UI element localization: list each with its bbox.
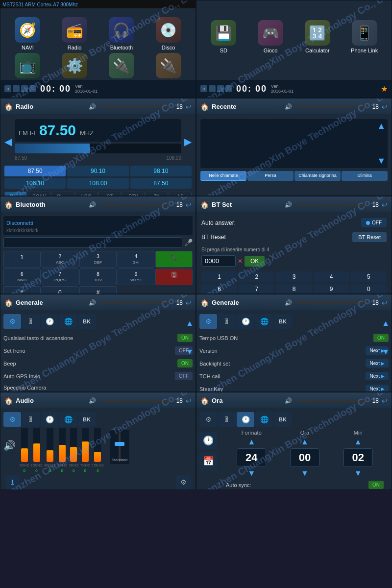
- ctrl-scan[interactable]: SCAN: [28, 192, 50, 196]
- hangup-btn[interactable]: 📵: [155, 269, 193, 285]
- btset-4[interactable]: 4: [314, 271, 349, 282]
- ora-calendar-icon[interactable]: 📅: [199, 452, 217, 470]
- audio-tab-eq[interactable]: 🎚: [22, 412, 40, 427]
- ora-ora-down[interactable]: ▼: [301, 469, 309, 478]
- ora-tab-settings[interactable]: ⚙: [199, 412, 217, 427]
- recente-home-icon[interactable]: 🏠: [200, 103, 209, 111]
- pin-clear-btn[interactable]: ✕: [238, 258, 243, 265]
- ora-ora-up[interactable]: ▲: [301, 438, 309, 446]
- gen1-home-icon[interactable]: 🏠: [4, 299, 13, 307]
- ora-sync-toggle[interactable]: ON: [368, 481, 384, 489]
- recente-up-icon[interactable]: ▲: [377, 121, 386, 131]
- ok-btn[interactable]: OK: [245, 256, 265, 267]
- btset-2[interactable]: 2: [239, 271, 274, 282]
- ctrl-pty[interactable]: PTY: [122, 192, 145, 196]
- btset-3[interactable]: 3: [276, 271, 312, 282]
- audio-back-icon[interactable]: ↩: [186, 397, 192, 405]
- ctrl-st[interactable]: ST: [98, 192, 121, 196]
- gen2-vol-slider[interactable]: [297, 302, 367, 304]
- app-gioco[interactable]: 🎮 Gioco: [248, 20, 293, 53]
- gen2-tab-settings[interactable]: ⚙: [199, 314, 217, 329]
- ora-tab-eq[interactable]: 🎚: [218, 412, 236, 427]
- btset-6[interactable]: 6: [201, 284, 237, 294]
- gen1-scroll-up[interactable]: ▲: [186, 319, 194, 328]
- num-1[interactable]: 1: [3, 251, 41, 268]
- radio-vol-slider[interactable]: [101, 106, 171, 108]
- audio-icon-btn[interactable]: 🎚: [5, 475, 20, 490]
- btset-1[interactable]: 1: [201, 271, 237, 282]
- preset-5[interactable]: 108.00: [67, 178, 128, 189]
- gen1-toggle-2[interactable]: ON: [177, 359, 193, 368]
- num-7[interactable]: 7PQRS: [42, 269, 79, 285]
- bt-search-input[interactable]: [3, 237, 182, 248]
- gen1-tab-bk[interactable]: BK: [78, 314, 96, 329]
- gen2-tab-eq[interactable]: 🎚: [218, 314, 236, 329]
- audio-vol-slider[interactable]: [101, 400, 171, 402]
- bt-disconnect-btn[interactable]: Disconnetti: [6, 220, 33, 226]
- eq-bar-4[interactable]: 3KHZ 0: [69, 428, 78, 473]
- app-disco[interactable]: 💿 Disco: [146, 17, 191, 50]
- num-0[interactable]: 0: [42, 286, 79, 294]
- gen2-next-2[interactable]: Next▶: [366, 359, 389, 368]
- radio-progress-bar[interactable]: [15, 144, 181, 153]
- bt-back-icon[interactable]: ↩: [186, 201, 192, 209]
- gen2-scroll-down[interactable]: ▼: [382, 347, 390, 356]
- app-sd[interactable]: 💾 SD: [201, 20, 246, 53]
- eq-bar-1[interactable]: 150HZ 0: [31, 428, 43, 473]
- pin-input[interactable]: [201, 255, 236, 267]
- eq-bar-3[interactable]: 1KHZ 0: [57, 428, 67, 473]
- bt-reset-btn[interactable]: BT Reset: [352, 232, 387, 242]
- btset-home-icon[interactable]: 🏠: [200, 201, 209, 209]
- call-btn[interactable]: 📞: [155, 251, 193, 268]
- audio-tab-bk[interactable]: BK: [78, 412, 96, 427]
- audio-extra-1[interactable]: ⚙: [176, 475, 191, 490]
- gen2-tab-clock[interactable]: 🕐: [237, 314, 254, 329]
- gen1-tab-globe[interactable]: 🌐: [59, 314, 77, 329]
- ctrl-loc[interactable]: LOC: [75, 192, 98, 196]
- gen2-scroll-up[interactable]: ▲: [382, 319, 390, 328]
- gen1-vol-slider[interactable]: [101, 302, 171, 304]
- btset-7[interactable]: 7: [239, 284, 274, 294]
- audio-home-icon[interactable]: 🏠: [4, 397, 13, 405]
- gen2-back-icon[interactable]: ↩: [382, 299, 388, 307]
- ora-min-down[interactable]: ▼: [354, 469, 362, 478]
- audio-tab-settings[interactable]: ⚙: [3, 412, 21, 427]
- app-bluetooth[interactable]: 🎧 Bluetooth: [99, 17, 144, 50]
- audio-tab-clock[interactable]: 🕐: [41, 412, 58, 427]
- ctrl-af[interactable]: AF: [169, 192, 192, 196]
- ora-home-icon[interactable]: 🏠: [200, 397, 209, 405]
- auto-answer-toggle[interactable]: OFF: [361, 218, 387, 227]
- ora-formato-up[interactable]: ▲: [247, 438, 255, 446]
- num-4[interactable]: 4GHI: [118, 251, 155, 268]
- gen1-tab-settings[interactable]: ⚙: [3, 314, 21, 329]
- ctrl-band[interactable]: Band: [4, 192, 27, 196]
- tab-nelle-chiamate[interactable]: Nelle chiamate: [200, 171, 246, 181]
- num-2[interactable]: 2ABC: [42, 251, 79, 268]
- bt-mic-icon[interactable]: 🎤: [184, 239, 193, 246]
- app-navi[interactable]: 🧭 NAVI: [5, 17, 50, 50]
- gen2-tab-bk[interactable]: BK: [274, 314, 292, 329]
- tab-chiamate-sig[interactable]: Chiamate signorina: [294, 171, 341, 181]
- gen2-home-icon[interactable]: 🏠: [200, 299, 209, 307]
- ora-vol-slider[interactable]: [297, 400, 367, 402]
- gen1-tab-clock[interactable]: 🕐: [41, 314, 58, 329]
- ora-clock-icon[interactable]: 🕐: [199, 432, 217, 449]
- btset-9[interactable]: 9: [314, 284, 349, 294]
- tab-elimina[interactable]: Elimina: [342, 171, 388, 181]
- ora-tab-clock[interactable]: 🕐: [237, 412, 254, 427]
- recente-vol-slider[interactable]: [297, 106, 367, 108]
- radio-back-icon[interactable]: ↩: [186, 103, 192, 111]
- app-calculator[interactable]: 🔢 Calculator: [295, 20, 340, 53]
- audio-tab-globe[interactable]: 🌐: [59, 412, 77, 427]
- ora-tab-globe[interactable]: 🌐: [255, 412, 273, 427]
- gen1-back-icon[interactable]: ↩: [186, 299, 192, 307]
- app-radio[interactable]: 📻 Radio: [52, 17, 97, 50]
- ctrl-ta[interactable]: TA: [146, 192, 168, 196]
- recente-down-icon[interactable]: ▼: [377, 156, 386, 166]
- preset-1[interactable]: 87.50: [4, 166, 66, 176]
- recente-back-icon[interactable]: ↩: [382, 103, 388, 111]
- gen2-next-4[interactable]: Next▶: [366, 385, 389, 392]
- preset-4[interactable]: 106.10: [4, 178, 66, 189]
- tab-persa[interactable]: Persa: [247, 171, 294, 181]
- btset-5[interactable]: 5: [351, 271, 387, 282]
